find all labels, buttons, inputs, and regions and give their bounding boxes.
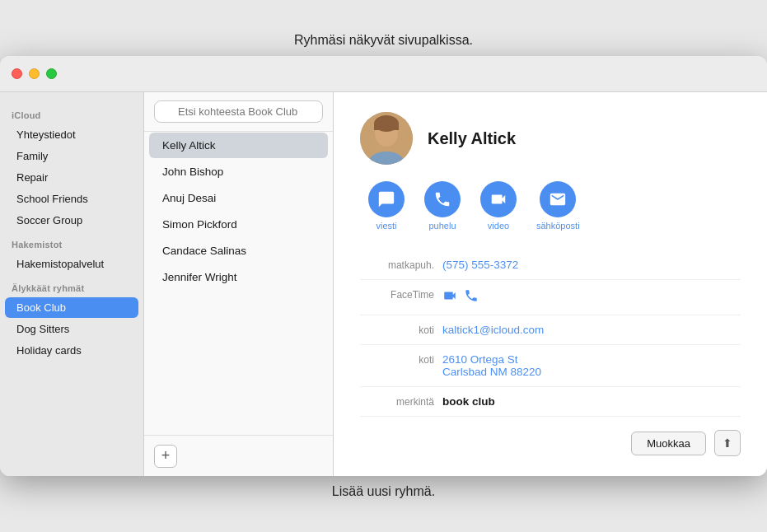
- viesti-icon: [368, 181, 405, 217]
- share-button[interactable]: ⬆: [714, 430, 741, 456]
- sidebar: iCloud Yhteystiedot Family Repair School…: [0, 92, 144, 476]
- fullscreen-button[interactable]: [46, 68, 57, 79]
- detail-panel: Kelly Altick viesti puhelu: [334, 92, 767, 476]
- field-row-matkapuh: matkapuh. (575) 555-3372: [360, 250, 741, 280]
- contact-item-john-bishop[interactable]: John Bishop: [149, 159, 328, 184]
- contact-header: Kelly Altick: [360, 112, 741, 165]
- sidebar-item-soccer-group[interactable]: Soccer Group: [5, 210, 138, 231]
- field-row-merkinta: merkintä book club: [360, 387, 741, 416]
- field-value-merkinta: book club: [442, 395, 741, 408]
- minimize-button[interactable]: [29, 68, 40, 79]
- contact-name: Kelly Altick: [428, 129, 516, 148]
- action-buttons: viesti puhelu video: [360, 181, 741, 231]
- contact-item-simon-pickford[interactable]: Simon Pickford: [149, 212, 328, 237]
- contact-list-footer: +: [144, 435, 333, 476]
- section-hakemistot-label: Hakemistot: [0, 231, 143, 253]
- action-video[interactable]: video: [480, 181, 517, 231]
- annotation-top: Ryhmäsi näkyvät sivupalkissa.: [294, 33, 473, 48]
- contact-items: Kelly Altick John Bishop Anuj Desai Simo…: [144, 132, 333, 435]
- sidebar-item-holiday-cards[interactable]: Holiday cards: [5, 340, 138, 361]
- contact-item-candace-salinas[interactable]: Candace Salinas: [149, 238, 328, 264]
- action-puhelu[interactable]: puhelu: [424, 181, 461, 231]
- puhelu-icon: [424, 181, 461, 217]
- viesti-label: viesti: [376, 221, 396, 231]
- avatar: [360, 112, 413, 165]
- field-label-koti-email: koti: [360, 324, 434, 336]
- main-content: iCloud Yhteystiedot Family Repair School…: [0, 92, 767, 476]
- contact-item-anuj-desai[interactable]: Anuj Desai: [149, 185, 328, 211]
- field-label-facetime: FaceTime: [360, 288, 434, 301]
- sahkoposti-icon: [540, 181, 576, 217]
- search-input[interactable]: [154, 100, 323, 123]
- sidebar-item-yhteystiedot[interactable]: Yhteystiedot: [5, 124, 138, 145]
- video-icon: [480, 181, 517, 217]
- sidebar-item-repair[interactable]: Repair: [5, 167, 138, 188]
- field-value-koti-email[interactable]: kaltick1@icloud.com: [442, 324, 741, 336]
- field-label-koti-address: koti: [360, 353, 434, 366]
- field-label-matkapuh: matkapuh.: [360, 259, 434, 271]
- contact-item-kelly-altick[interactable]: Kelly Altick: [149, 133, 328, 158]
- contact-item-jennifer-wright[interactable]: Jennifer Wright: [149, 264, 328, 290]
- contact-list: 🔍 Kelly Altick John Bishop Anuj Desai Si…: [144, 92, 334, 476]
- detail-footer: Muokkaa ⬆: [360, 416, 741, 456]
- detail-fields: matkapuh. (575) 555-3372 FaceTime: [360, 250, 741, 416]
- sidebar-item-dog-sitters[interactable]: Dog Sitters: [5, 319, 138, 339]
- traffic-lights: [12, 68, 57, 79]
- sidebar-item-hakemistopalvelut[interactable]: Hakemistopalvelut: [5, 254, 138, 274]
- video-label: video: [488, 221, 509, 231]
- field-row-koti-address: koti 2610 Ortega St Carlsbad NM 88220: [360, 345, 741, 387]
- sidebar-item-family[interactable]: Family: [5, 146, 138, 166]
- puhelu-label: puhelu: [428, 221, 456, 231]
- section-alykkat-label: Älykkäät ryhmät: [0, 275, 143, 296]
- section-icloud-label: iCloud: [0, 102, 143, 124]
- action-sahkoposti[interactable]: sähköposti: [536, 181, 580, 231]
- search-bar: 🔍: [144, 92, 333, 132]
- field-label-merkinta: merkintä: [360, 395, 434, 408]
- action-viesti[interactable]: viesti: [368, 181, 405, 231]
- titlebar: [0, 56, 767, 92]
- facetime-audio-icon[interactable]: [464, 288, 479, 306]
- svg-rect-3: [374, 124, 399, 130]
- add-contact-button[interactable]: +: [154, 445, 177, 468]
- field-row-facetime: FaceTime: [360, 280, 741, 315]
- edit-button[interactable]: Muokkaa: [631, 432, 706, 455]
- facetime-icons: [442, 288, 479, 306]
- close-button[interactable]: [12, 68, 22, 79]
- sidebar-item-book-club[interactable]: Book Club: [5, 297, 138, 318]
- sahkoposti-label: sähköposti: [536, 221, 580, 231]
- field-value-matkapuh[interactable]: (575) 555-3372: [442, 259, 741, 271]
- facetime-video-icon[interactable]: [442, 288, 457, 306]
- sidebar-item-school-friends[interactable]: School Friends: [5, 189, 138, 209]
- field-value-koti-address[interactable]: 2610 Ortega St Carlsbad NM 88220: [442, 353, 741, 378]
- app-window: iCloud Yhteystiedot Family Repair School…: [0, 56, 767, 476]
- field-row-koti-email: koti kaltick1@icloud.com: [360, 315, 741, 345]
- annotation-bottom: Lisää uusi ryhmä.: [332, 484, 435, 499]
